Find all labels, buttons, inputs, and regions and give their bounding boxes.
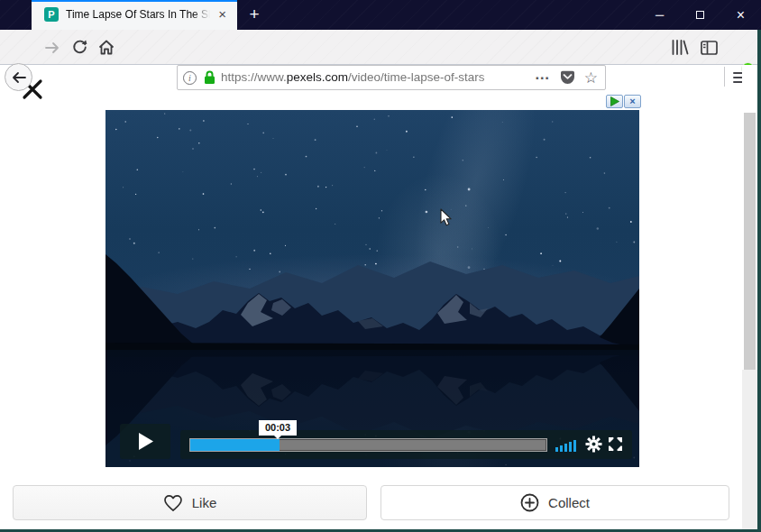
home-icon: [98, 40, 115, 55]
ad-play-icon: [610, 96, 619, 106]
ad-close-icon: ×: [629, 96, 635, 106]
url-text[interactable]: https://www.pexels.com/video/time-lapse-…: [221, 65, 535, 90]
scrollbar-track[interactable]: [742, 65, 757, 530]
library-icon: [671, 40, 689, 55]
back-arrow-icon: [12, 71, 26, 84]
pocket-icon[interactable]: [560, 70, 575, 86]
tab-close-icon[interactable]: ×: [215, 0, 230, 30]
reload-icon: [72, 40, 87, 55]
play-button[interactable]: [120, 424, 170, 459]
back-button[interactable]: [5, 63, 32, 91]
plus-circle-icon: [520, 493, 539, 512]
time-tooltip: 00:03: [259, 420, 297, 436]
forward-arrow-icon: [45, 41, 60, 54]
like-button[interactable]: Like: [13, 485, 367, 520]
window-maximize-button[interactable]: [680, 0, 720, 30]
volume-control[interactable]: [555, 439, 582, 452]
url-path: /video/time-lapse-of-stars: [348, 70, 485, 84]
collect-label: Collect: [548, 495, 590, 510]
ad-overlay-controls: ×: [606, 95, 641, 108]
secure-lock-icon[interactable]: [204, 70, 215, 85]
forward-button[interactable]: [41, 30, 63, 65]
window-close-button[interactable]: ×: [720, 0, 761, 30]
new-tab-button[interactable]: +: [243, 0, 266, 30]
url-domain: pexels.com: [287, 70, 348, 84]
ad-play-button[interactable]: [606, 95, 623, 108]
reload-button[interactable]: [69, 30, 90, 65]
fullscreen-button[interactable]: [608, 436, 623, 455]
settings-button[interactable]: [585, 436, 602, 456]
url-bar[interactable]: i https://www.pexels.com/video/time-laps…: [177, 65, 606, 90]
like-label: Like: [192, 495, 217, 510]
browser-window: P Time Lapse Of Stars In The Sky × + ─ ×: [0, 0, 761, 532]
bookmark-star-icon[interactable]: ☆: [584, 70, 598, 86]
navigation-toolbar: i https://www.pexels.com/video/time-laps…: [0, 30, 761, 65]
browser-tab[interactable]: P Time Lapse Of Stars In The Sky ×: [32, 0, 237, 30]
progress-fill: [190, 439, 280, 451]
collect-button[interactable]: Collect: [380, 485, 729, 520]
sidebar-toggle-button[interactable]: [696, 30, 721, 65]
gear-icon: [585, 436, 602, 453]
home-button[interactable]: [95, 30, 118, 65]
library-button[interactable]: [668, 30, 692, 65]
video-frame-night-sky: [105, 110, 639, 467]
window-controls: ─ ×: [639, 0, 761, 30]
window-border-right: [757, 30, 761, 532]
tab-bar: P Time Lapse Of Stars In The Sky × + ─ ×: [0, 0, 761, 30]
page-actions-icon[interactable]: …: [535, 70, 551, 79]
window-minimize-button[interactable]: ─: [639, 0, 680, 30]
video-player[interactable]: 00:03: [105, 110, 639, 467]
pexels-favicon-icon: P: [44, 7, 59, 22]
tab-title: Time Lapse Of Stars In The Sky: [66, 0, 210, 30]
video-control-bar: [180, 430, 632, 459]
mouse-cursor: [440, 208, 453, 231]
page-info-icon[interactable]: i: [183, 71, 197, 85]
fullscreen-icon: [608, 436, 623, 452]
scrollbar-thumb[interactable]: [744, 113, 756, 370]
sidebar-icon: [701, 41, 718, 55]
maximize-icon: [696, 11, 704, 19]
ad-close-button[interactable]: ×: [624, 95, 641, 108]
play-icon: [138, 433, 153, 450]
seek-bar[interactable]: [189, 438, 547, 452]
heart-icon: [163, 494, 183, 512]
toolbar-separator: [724, 67, 725, 87]
url-scheme: https://www.: [221, 70, 287, 84]
